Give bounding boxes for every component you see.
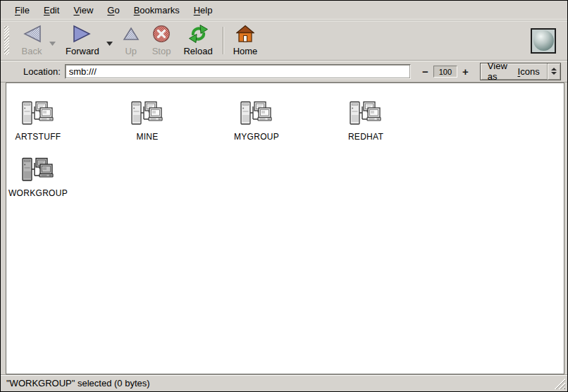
zoom-out-button[interactable]: − — [419, 66, 432, 78]
dropdown-arrows-icon — [547, 63, 560, 80]
location-label: Location: — [23, 66, 61, 77]
up-label: Up — [125, 46, 137, 56]
item-label: ARTSTUFF — [16, 132, 61, 142]
home-icon — [236, 24, 254, 44]
item-label: MYGROUP — [234, 132, 279, 142]
status-text: "WORKGROUP" selected (0 bytes) — [6, 378, 150, 388]
menu-view[interactable]: View — [66, 2, 100, 18]
item-label: MINE — [136, 132, 158, 142]
file-manager-window: File Edit View Go Bookmarks Help Back Fo… — [0, 0, 568, 392]
forward-dropdown-chevron-icon[interactable] — [106, 23, 116, 59]
network-workgroup-icon — [130, 101, 164, 128]
back-label: Back — [22, 46, 42, 56]
toolbar-grip[interactable] — [4, 26, 9, 55]
menu-bar: File Edit View Go Bookmarks Help — [1, 1, 567, 20]
menu-go[interactable]: Go — [100, 2, 126, 18]
menu-bookmarks[interactable]: Bookmarks — [127, 2, 187, 18]
workgroup-item-mine[interactable]: MINE — [116, 101, 179, 142]
reload-label: Reload — [183, 46, 212, 56]
menu-edit[interactable]: Edit — [37, 2, 66, 18]
forward-icon — [72, 24, 93, 44]
forward-label: Forward — [66, 46, 99, 56]
view-as-dropdown[interactable]: View as Icons — [480, 63, 561, 80]
menu-file[interactable]: File — [8, 2, 37, 18]
back-icon — [21, 24, 42, 44]
up-button: Up — [116, 23, 146, 59]
workgroup-item-workgroup[interactable]: WORKGROUP — [6, 157, 70, 198]
network-workgroup-icon — [349, 101, 383, 128]
up-icon — [123, 24, 140, 44]
resize-grip-icon[interactable] — [554, 378, 565, 389]
zoom-level-indicator[interactable]: 100 — [433, 66, 457, 78]
home-label: Home — [233, 46, 258, 56]
workgroup-item-redhat[interactable]: REDHAT — [334, 101, 397, 142]
back-button: Back — [15, 23, 49, 59]
content-frame: ARTSTUFF MINE MYGROUP REDHAT WORKGROUP — [1, 82, 567, 374]
status-bar: "WORKGROUP" selected (0 bytes) — [1, 374, 567, 391]
workgroup-item-mygroup[interactable]: MYGROUP — [225, 101, 288, 142]
icon-grid: ARTSTUFF MINE MYGROUP REDHAT WORKGROUP — [6, 83, 564, 198]
back-dropdown-chevron-icon — [49, 23, 59, 59]
toolbar-separator — [223, 27, 223, 54]
toolbar: Back Forward Up — [1, 20, 567, 61]
stop-icon — [152, 24, 171, 44]
stop-label: Stop — [152, 46, 171, 56]
throbber — [531, 28, 556, 54]
home-button[interactable]: Home — [227, 23, 264, 59]
zoom-in-button[interactable]: + — [459, 66, 472, 78]
stop-button: Stop — [146, 23, 178, 59]
view-as-label: View as Icons — [481, 63, 547, 80]
network-workgroup-icon — [21, 101, 55, 128]
globe-throbber-icon — [533, 30, 554, 51]
reload-icon — [189, 24, 208, 44]
icon-view[interactable]: ARTSTUFF MINE MYGROUP REDHAT WORKGROUP — [6, 82, 564, 374]
menu-help[interactable]: Help — [187, 2, 220, 18]
workgroup-item-artstuff[interactable]: ARTSTUFF — [6, 101, 70, 142]
item-label: REDHAT — [348, 132, 383, 142]
forward-button[interactable]: Forward — [59, 23, 106, 59]
network-workgroup-icon — [21, 157, 55, 184]
location-input[interactable] — [65, 64, 411, 79]
item-label: WORKGROUP — [8, 188, 68, 198]
location-bar: Location: − 100 + View as Icons — [1, 61, 567, 82]
reload-button[interactable]: Reload — [177, 23, 218, 59]
network-workgroup-icon — [240, 101, 273, 128]
